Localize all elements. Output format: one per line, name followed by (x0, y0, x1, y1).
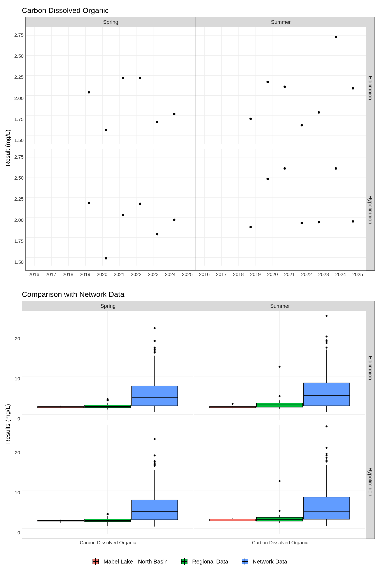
legend-label: Network Data (253, 558, 287, 565)
svg-point-130 (279, 395, 281, 397)
svg-point-115 (154, 340, 156, 342)
legend-item: Mabel Lake - North Basin (91, 558, 168, 565)
scatter-y-ticks: 1.501.752.002.252.502.751.501.752.002.25… (13, 17, 25, 279)
legend-key-icon (91, 558, 100, 565)
legend: Mabel Lake - North BasinRegional DataNet… (3, 558, 375, 565)
legend-key-icon (240, 558, 250, 565)
legend-label: Regional Data (192, 558, 228, 565)
svg-point-89 (352, 220, 354, 223)
boxplot-y-axis-label: Results (mg/L) (3, 301, 13, 547)
svg-point-83 (249, 226, 252, 228)
svg-rect-183 (304, 497, 350, 519)
svg-point-18 (122, 77, 124, 79)
svg-point-40 (284, 86, 286, 88)
boxplot-y-ticks: 0102001020 (13, 301, 22, 547)
svg-point-43 (335, 36, 337, 38)
scatter-y-axis-label: Result (mg/L) (3, 17, 13, 279)
scatter-panel (26, 149, 196, 271)
facet-col-strip: Spring (22, 301, 194, 311)
facet-col-strip: Summer (196, 17, 366, 27)
svg-point-139 (325, 339, 327, 341)
svg-point-84 (266, 178, 269, 180)
svg-point-125 (232, 403, 234, 405)
svg-point-65 (156, 233, 158, 235)
svg-point-137 (325, 342, 327, 344)
svg-point-155 (107, 513, 109, 515)
legend-label: Mabel Lake - North Basin (104, 558, 168, 565)
facet-col-strip: Spring (26, 17, 196, 27)
svg-point-104 (107, 398, 109, 400)
svg-point-88 (335, 167, 337, 170)
facet-col-strip: Summer (194, 301, 366, 311)
boxplot-panel (194, 311, 366, 425)
facet-row-strip: Epilimnion (366, 27, 375, 149)
svg-point-64 (139, 202, 141, 205)
scatter-x-ticks-summer: 2016201720182019202020212022202320242025 (196, 271, 366, 279)
svg-point-21 (173, 113, 176, 115)
svg-point-66 (173, 218, 176, 221)
svg-point-38 (249, 118, 252, 120)
svg-rect-158 (132, 500, 178, 520)
svg-point-39 (266, 81, 269, 83)
facet-row-strip: Hypolimnion (366, 425, 375, 539)
svg-rect-107 (132, 386, 178, 406)
facet-row-strip: Hypolimnion (366, 149, 375, 271)
svg-point-165 (154, 454, 156, 456)
svg-point-87 (318, 221, 320, 223)
svg-point-113 (154, 347, 156, 349)
scatter-x-ticks-spring: 2016201720182019202020212022202320242025 (25, 271, 196, 279)
svg-point-16 (88, 91, 90, 94)
svg-point-44 (352, 87, 354, 90)
svg-point-62 (105, 257, 107, 259)
legend-item: Regional Data (180, 558, 228, 565)
scatter-title: Carbon Dissolved Organic (22, 6, 375, 15)
svg-point-180 (279, 480, 281, 482)
boxplot-title: Comparison with Network Data (22, 290, 375, 299)
boxplot-facet-grid: SpringSummerEpilimnionHypolimnion (22, 301, 375, 539)
svg-point-63 (122, 214, 124, 216)
svg-point-189 (325, 453, 327, 455)
boxplot-x-ticks-summer: Carbon Dissolved Organic (194, 539, 366, 547)
scatter-panel (196, 149, 366, 271)
boxplot-panel (194, 425, 366, 539)
svg-point-166 (154, 438, 156, 440)
svg-point-141 (325, 315, 327, 317)
svg-point-190 (325, 447, 327, 449)
scatter-facet-grid: SpringSummerEpilimnionHypolimnion (25, 17, 375, 271)
boxplot-panel (22, 425, 194, 539)
legend-key-icon (180, 558, 189, 565)
svg-rect-177 (256, 517, 303, 521)
svg-point-17 (105, 129, 107, 131)
svg-point-140 (325, 335, 327, 337)
svg-point-116 (154, 327, 156, 329)
facet-row-strip: Epilimnion (366, 311, 375, 425)
scatter-panel (26, 27, 196, 149)
svg-point-164 (154, 460, 156, 462)
svg-point-20 (156, 121, 158, 123)
svg-point-187 (325, 457, 327, 459)
boxplot-panel (22, 311, 194, 425)
boxplot-x-ticks-spring: Carbon Dissolved Organic (22, 539, 194, 547)
svg-point-61 (88, 202, 90, 204)
svg-point-136 (325, 347, 327, 349)
svg-rect-134 (304, 383, 350, 406)
svg-point-179 (279, 510, 281, 512)
page: Carbon Dissolved Organic Result (mg/L) 1… (0, 0, 378, 588)
svg-point-191 (325, 425, 327, 427)
scatter-chart: Carbon Dissolved Organic Result (mg/L) 1… (3, 6, 375, 279)
svg-point-86 (301, 222, 303, 224)
boxplot-chart: Comparison with Network Data Results (mg… (3, 290, 375, 547)
svg-point-186 (325, 459, 327, 461)
svg-point-131 (279, 366, 281, 368)
svg-point-19 (139, 77, 141, 79)
legend-item: Network Data (240, 558, 287, 565)
scatter-panel (196, 27, 366, 149)
svg-point-42 (318, 111, 320, 114)
svg-point-41 (301, 124, 303, 126)
svg-point-85 (284, 167, 286, 170)
